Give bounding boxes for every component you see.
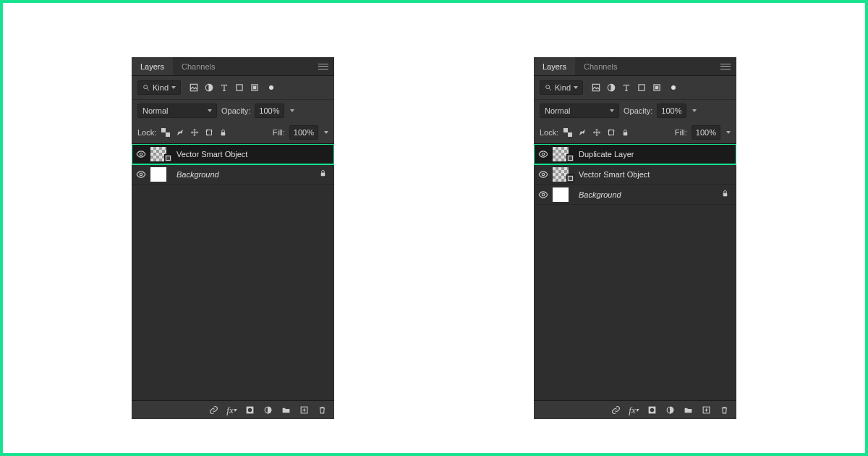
lock-all-icon[interactable] bbox=[218, 128, 228, 138]
svg-rect-8 bbox=[166, 132, 170, 137]
visibility-toggle-icon[interactable] bbox=[136, 149, 146, 159]
filter-adjustment-icon[interactable] bbox=[606, 83, 616, 93]
svg-rect-2 bbox=[190, 84, 197, 90]
lock-row: Lock: Fill: 100% bbox=[534, 122, 736, 144]
chevron-down-icon[interactable] bbox=[324, 131, 328, 134]
visibility-toggle-icon[interactable] bbox=[538, 149, 548, 159]
svg-rect-30 bbox=[655, 86, 658, 89]
svg-rect-33 bbox=[608, 130, 613, 135]
filter-pixel-icon[interactable] bbox=[189, 83, 199, 93]
filter-kind-select[interactable]: Kind bbox=[540, 80, 583, 95]
svg-rect-9 bbox=[206, 130, 211, 135]
opacity-label: Opacity: bbox=[624, 106, 652, 115]
filter-type-icon[interactable] bbox=[219, 83, 229, 93]
filter-shape-icon[interactable] bbox=[637, 83, 647, 93]
filter-toggle-icon[interactable] bbox=[671, 85, 676, 90]
fill-label: Fill: bbox=[273, 128, 285, 137]
filter-kind-select[interactable]: Kind bbox=[137, 80, 181, 95]
filter-row: Kind bbox=[534, 76, 736, 99]
layer-style-icon[interactable]: fx▾ bbox=[226, 405, 237, 415]
filter-pixel-icon[interactable] bbox=[591, 83, 601, 93]
svg-rect-6 bbox=[253, 86, 256, 89]
layer-row[interactable]: Background bbox=[132, 164, 334, 185]
link-layers-icon[interactable] bbox=[610, 405, 621, 415]
svg-point-39 bbox=[542, 153, 545, 156]
filter-type-icon[interactable] bbox=[621, 83, 631, 93]
new-group-icon[interactable] bbox=[281, 405, 291, 415]
lock-pixels-icon[interactable] bbox=[577, 128, 587, 138]
layer-name[interactable]: Vector Smart Object bbox=[579, 170, 650, 179]
lock-transparency-icon[interactable] bbox=[563, 128, 572, 138]
layer-thumbnail[interactable] bbox=[553, 187, 569, 202]
chevron-down-icon[interactable] bbox=[726, 131, 731, 134]
delete-layer-icon[interactable] bbox=[317, 405, 327, 415]
adjustment-layer-icon[interactable] bbox=[665, 405, 675, 415]
filter-row: Kind bbox=[132, 76, 334, 99]
svg-rect-7 bbox=[161, 128, 166, 132]
lock-row: Lock: Fill: 100% bbox=[132, 122, 334, 144]
svg-point-19 bbox=[247, 408, 251, 412]
layer-thumbnail[interactable] bbox=[150, 167, 166, 182]
fill-value[interactable]: 100% bbox=[692, 125, 720, 140]
layer-name[interactable]: Background bbox=[176, 170, 219, 179]
layer-mask-icon[interactable] bbox=[244, 405, 255, 415]
opacity-value[interactable]: 100% bbox=[657, 104, 686, 118]
layer-row[interactable]: Vector Smart Object bbox=[132, 144, 334, 164]
lock-all-icon[interactable] bbox=[621, 128, 630, 138]
adjustment-layer-icon[interactable] bbox=[263, 405, 273, 415]
layer-name[interactable]: Vector Smart Object bbox=[176, 150, 247, 159]
filter-toggle-icon[interactable] bbox=[269, 85, 273, 90]
fill-value[interactable]: 100% bbox=[289, 125, 318, 140]
blend-mode-select[interactable]: Normal bbox=[137, 104, 217, 118]
svg-rect-38 bbox=[624, 132, 628, 135]
svg-point-41 bbox=[542, 193, 545, 196]
new-group-icon[interactable] bbox=[683, 405, 693, 415]
lock-artboard-icon[interactable] bbox=[606, 128, 616, 138]
opacity-label: Opacity: bbox=[221, 106, 250, 115]
fill-label: Fill: bbox=[675, 128, 687, 137]
lock-position-icon[interactable] bbox=[190, 128, 199, 138]
layer-row[interactable]: Background bbox=[534, 185, 736, 205]
lock-artboard-icon[interactable] bbox=[204, 128, 213, 138]
delete-layer-icon[interactable] bbox=[719, 405, 729, 415]
lock-indicator-icon bbox=[721, 190, 729, 199]
tab-channels[interactable]: Channels bbox=[173, 57, 224, 75]
layer-thumbnail[interactable] bbox=[150, 147, 166, 161]
svg-rect-26 bbox=[592, 84, 599, 90]
svg-point-40 bbox=[542, 173, 545, 176]
svg-line-1 bbox=[147, 88, 149, 90]
layer-row[interactable]: Duplicate Layer bbox=[534, 144, 736, 164]
chevron-down-icon[interactable] bbox=[692, 109, 697, 112]
layer-name[interactable]: Duplicate Layer bbox=[579, 150, 634, 159]
layer-thumbnail[interactable] bbox=[553, 147, 569, 161]
layer-thumbnail[interactable] bbox=[553, 167, 569, 182]
visibility-toggle-icon[interactable] bbox=[538, 169, 548, 180]
visibility-toggle-icon[interactable] bbox=[538, 190, 548, 200]
panel-menu-icon[interactable] bbox=[720, 64, 731, 69]
tab-layers[interactable]: Layers bbox=[132, 57, 173, 75]
lock-transparency-icon[interactable] bbox=[161, 128, 170, 138]
filter-smart-icon[interactable] bbox=[652, 83, 662, 93]
panel-menu-icon[interactable] bbox=[318, 64, 328, 69]
lock-pixels-icon[interactable] bbox=[175, 128, 184, 138]
lock-position-icon[interactable] bbox=[592, 128, 601, 138]
opacity-value[interactable]: 100% bbox=[255, 104, 284, 118]
layer-name[interactable]: Background bbox=[579, 190, 621, 199]
filter-shape-icon[interactable] bbox=[234, 83, 244, 93]
link-layers-icon[interactable] bbox=[208, 405, 218, 415]
layer-style-icon[interactable]: fx▾ bbox=[629, 405, 639, 415]
layer-row[interactable]: Vector Smart Object bbox=[534, 164, 736, 185]
new-layer-icon[interactable] bbox=[299, 405, 309, 415]
blend-mode-select[interactable]: Normal bbox=[540, 104, 619, 118]
blend-row: Normal Opacity: 100% bbox=[132, 99, 334, 122]
filter-adjustment-icon[interactable] bbox=[204, 83, 214, 93]
tab-layers[interactable]: Layers bbox=[534, 57, 575, 75]
visibility-toggle-icon[interactable] bbox=[136, 169, 146, 180]
tab-channels[interactable]: Channels bbox=[575, 57, 626, 75]
filter-smart-icon[interactable] bbox=[250, 83, 260, 93]
lock-label: Lock: bbox=[540, 128, 558, 137]
new-layer-icon[interactable] bbox=[701, 405, 711, 415]
layer-mask-icon[interactable] bbox=[647, 405, 657, 415]
panel-bottom-bar: fx▾ bbox=[534, 400, 736, 419]
chevron-down-icon[interactable] bbox=[290, 109, 294, 112]
